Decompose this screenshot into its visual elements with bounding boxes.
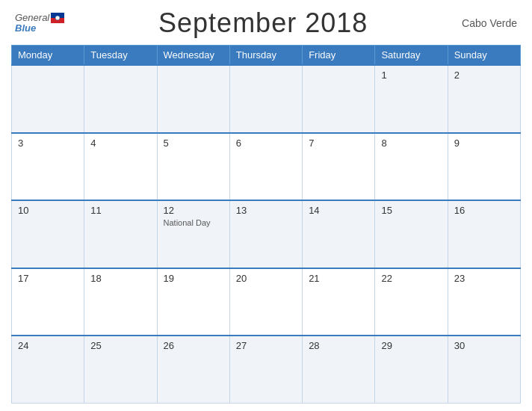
- logo-flag-icon: [51, 13, 64, 23]
- day-number: 14: [309, 205, 368, 216]
- day-number: 13: [236, 205, 296, 216]
- calendar-day-cell: 8: [375, 133, 448, 201]
- day-number: 11: [90, 205, 150, 216]
- header-monday: Monday: [12, 46, 84, 66]
- day-number: 29: [381, 340, 441, 351]
- day-event: National Day: [164, 218, 223, 227]
- header-saturday: Saturday: [375, 46, 448, 66]
- day-number: 1: [381, 69, 441, 81]
- header-wednesday: Wednesday: [157, 46, 229, 66]
- calendar-day-cell: [84, 65, 157, 133]
- country-name: Cabo Verde: [462, 17, 517, 29]
- calendar-day-cell: [157, 65, 229, 133]
- calendar-day-cell: 6: [229, 133, 302, 201]
- day-number: 12: [164, 205, 223, 216]
- calendar-day-cell: 2: [448, 65, 520, 133]
- calendar-day-cell: 26: [157, 336, 229, 404]
- day-number: 18: [90, 273, 150, 284]
- day-number: 27: [236, 340, 296, 351]
- day-number: 7: [309, 137, 368, 149]
- day-number: 28: [309, 340, 368, 351]
- calendar-day-cell: 3: [12, 133, 84, 201]
- day-number: 22: [381, 273, 441, 284]
- calendar-table: Monday Tuesday Wednesday Thursday Friday…: [11, 45, 521, 404]
- day-number: 20: [236, 273, 296, 284]
- calendar-day-cell: 25: [84, 336, 157, 404]
- calendar-day-cell: 4: [84, 133, 157, 201]
- calendar-day-cell: [303, 65, 375, 133]
- calendar-day-cell: 28: [303, 336, 375, 404]
- calendar-container: General Blue September 2018 Cabo Verde M…: [0, 0, 532, 411]
- day-number: 15: [381, 205, 441, 216]
- day-number: 24: [18, 340, 78, 351]
- logo: General Blue: [15, 13, 64, 34]
- day-number: 23: [454, 273, 514, 284]
- header-thursday: Thursday: [229, 46, 302, 66]
- calendar-day-cell: 12National Day: [157, 200, 229, 268]
- header-friday: Friday: [303, 46, 375, 66]
- day-number: 5: [164, 137, 223, 149]
- calendar-day-cell: 15: [375, 200, 448, 268]
- weekday-header-row: Monday Tuesday Wednesday Thursday Friday…: [12, 46, 521, 66]
- svg-point-2: [55, 16, 60, 20]
- calendar-day-cell: 7: [303, 133, 375, 201]
- day-number: 9: [454, 137, 514, 149]
- calendar-day-cell: 16: [448, 200, 520, 268]
- day-number: 17: [18, 273, 78, 284]
- calendar-week-row: 17181920212223: [12, 268, 521, 336]
- calendar-day-cell: 30: [448, 336, 520, 404]
- calendar-body: 123456789101112National Day1314151617181…: [12, 65, 521, 404]
- calendar-header: General Blue September 2018 Cabo Verde: [11, 7, 521, 39]
- day-number: 21: [309, 273, 368, 284]
- day-number: 26: [164, 340, 223, 351]
- calendar-day-cell: 14: [303, 200, 375, 268]
- day-number: 16: [454, 205, 514, 216]
- calendar-week-row: 12: [12, 65, 521, 133]
- day-number: 8: [381, 137, 441, 149]
- calendar-day-cell: 29: [375, 336, 448, 404]
- calendar-day-cell: [229, 65, 302, 133]
- logo-general-text: General: [15, 13, 49, 23]
- calendar-day-cell: 22: [375, 268, 448, 336]
- day-number: 19: [164, 273, 223, 284]
- day-number: 2: [454, 69, 514, 81]
- calendar-week-row: 101112National Day13141516: [12, 200, 521, 268]
- calendar-day-cell: 18: [84, 268, 157, 336]
- calendar-week-row: 24252627282930: [12, 336, 521, 404]
- calendar-day-cell: 13: [229, 200, 302, 268]
- calendar-day-cell: 23: [448, 268, 520, 336]
- calendar-day-cell: 11: [84, 200, 157, 268]
- calendar-day-cell: 19: [157, 268, 229, 336]
- calendar-day-cell: 21: [303, 268, 375, 336]
- header-sunday: Sunday: [448, 46, 520, 66]
- calendar-day-cell: 9: [448, 133, 520, 201]
- calendar-day-cell: 27: [229, 336, 302, 404]
- calendar-day-cell: 10: [12, 200, 84, 268]
- calendar-day-cell: 24: [12, 336, 84, 404]
- logo-blue-text: Blue: [15, 23, 36, 34]
- calendar-day-cell: [12, 65, 84, 133]
- day-number: 10: [18, 205, 78, 216]
- calendar-day-cell: 20: [229, 268, 302, 336]
- header-tuesday: Tuesday: [84, 46, 157, 66]
- day-number: 30: [454, 340, 514, 351]
- day-number: 25: [90, 340, 150, 351]
- calendar-title: September 2018: [158, 7, 368, 39]
- day-number: 3: [18, 137, 78, 149]
- calendar-day-cell: 5: [157, 133, 229, 201]
- day-number: 6: [236, 137, 296, 149]
- day-number: 4: [90, 137, 150, 149]
- calendar-week-row: 3456789: [12, 133, 521, 201]
- calendar-day-cell: 17: [12, 268, 84, 336]
- calendar-day-cell: 1: [375, 65, 448, 133]
